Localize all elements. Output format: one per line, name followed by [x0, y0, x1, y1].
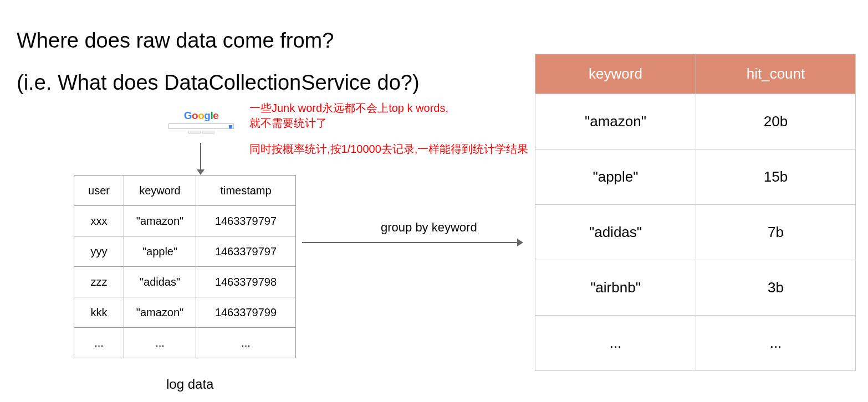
cell: 1463379797: [196, 236, 296, 267]
google-logo: Google: [165, 110, 237, 122]
google-button-icon: [202, 131, 215, 134]
cell: "amazon": [535, 94, 696, 150]
log-data-table: user keyword timestamp xxx"amazon"146337…: [74, 175, 296, 358]
table-row: zzz"adidas"1463379798: [74, 267, 296, 297]
table-header-row: user keyword timestamp: [74, 176, 296, 206]
cell: xxx: [74, 206, 124, 236]
cell: "amazon": [124, 206, 196, 236]
cell: "apple": [535, 150, 696, 205]
google-search-mock: Google: [165, 110, 237, 134]
col-keyword: keyword: [124, 176, 196, 206]
cell: "apple": [124, 236, 196, 267]
col-user: user: [74, 176, 124, 206]
google-search-bar-icon: [169, 123, 234, 129]
table-row: "airbnb"3b: [535, 260, 856, 316]
cell: ...: [196, 328, 296, 358]
table-row: "amazon"20b: [535, 94, 856, 150]
cell: 15b: [696, 150, 856, 205]
cell: ...: [74, 328, 124, 358]
table-row: "adidas"7b: [535, 205, 856, 260]
cell: zzz: [74, 267, 124, 297]
table-row: yyy"apple"1463379797: [74, 236, 296, 267]
col-keyword: keyword: [535, 54, 696, 94]
cell: kkk: [74, 297, 124, 328]
cell: ...: [535, 316, 696, 371]
google-logo-letter: g: [204, 110, 210, 121]
google-button-icon: [188, 131, 201, 134]
cell: "adidas": [124, 267, 196, 297]
cell: "airbnb": [535, 260, 696, 316]
table-row: .........: [74, 328, 296, 358]
annotation-line: 一些Junk word永远都不会上top k words,: [249, 102, 448, 114]
cell: ...: [124, 328, 196, 358]
cell: 1463379799: [196, 297, 296, 328]
google-logo-letter: o: [198, 110, 204, 121]
google-logo-letter: G: [184, 110, 192, 121]
annotation-junk-words: 一些Junk word永远都不会上top k words, 就不需要统计了: [249, 101, 448, 131]
cell: "amazon": [124, 297, 196, 328]
cell: 1463379798: [196, 267, 296, 297]
cell: "adidas": [535, 205, 696, 260]
cell: ...: [696, 316, 856, 371]
annotation-sampling: 同时按概率统计,按1/10000去记录,一样能得到统计学结果: [249, 142, 528, 157]
col-timestamp: timestamp: [196, 176, 296, 206]
cell: yyy: [74, 236, 124, 267]
table-row: xxx"amazon"1463379797: [74, 206, 296, 236]
annotation-line: 就不需要统计了: [249, 117, 327, 129]
table-row: "apple"15b: [535, 150, 856, 205]
page-title-line2: (i.e. What does DataCollectionService do…: [17, 71, 420, 95]
page-title-line1: Where does raw data come from?: [17, 29, 334, 53]
log-data-label: log data: [166, 377, 213, 392]
cell: 7b: [696, 205, 856, 260]
table-header-row: keyword hit_count: [535, 54, 856, 94]
table-row: kkk"amazon"1463379799: [74, 297, 296, 328]
groupby-label: group by keyword: [381, 220, 477, 235]
cell: 3b: [696, 260, 856, 316]
cell: 20b: [696, 94, 856, 150]
col-hit-count: hit_count: [696, 54, 856, 94]
hit-count-table: keyword hit_count "amazon"20b "apple"15b…: [535, 54, 856, 371]
google-logo-letter: e: [213, 110, 218, 121]
table-row: ......: [535, 316, 856, 371]
google-buttons-icon: [165, 131, 237, 134]
google-logo-letter: o: [192, 110, 198, 121]
cell: 1463379797: [196, 206, 296, 236]
